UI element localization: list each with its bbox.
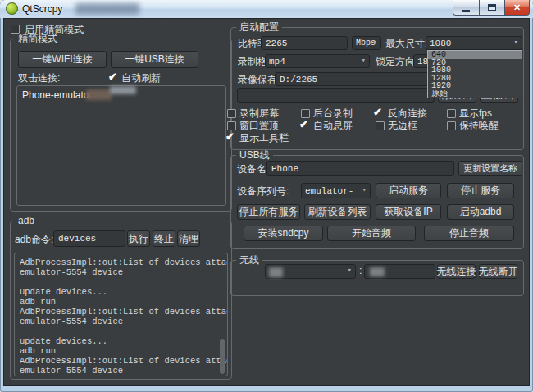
dropdown-option-1080[interactable]: 1080 [428, 66, 522, 75]
record-format-combo[interactable]: mp4 ▾ [265, 54, 370, 68]
wireless-disconnect-button[interactable]: 无线断开 [479, 264, 517, 279]
refresh-device-list-button[interactable]: 刷新设备列表 [304, 204, 371, 220]
log-line [20, 326, 222, 336]
script-combo[interactable]: ▾ [237, 88, 435, 103]
log-line: adb run [20, 297, 222, 307]
dropdown-option-1280[interactable]: 1280 [428, 75, 522, 83]
wireless-connect-button[interactable]: 无线连接 [437, 264, 476, 279]
checkbox-background-record-label: 后台录制 [313, 107, 353, 119]
checkbox-show-fps-label: 显示fps [459, 107, 492, 119]
close-icon: ✕ [513, 2, 521, 13]
redacted-blur [370, 267, 385, 276]
adb-group-title: adb [15, 216, 38, 226]
adb-terminate-button[interactable]: 终止 [153, 230, 175, 247]
log-line: AdbProcessImpl::out:List of devices atta… [20, 258, 222, 267]
device-list[interactable]: Phone-emulator- [16, 85, 226, 206]
stop-all-services-button[interactable]: 停止所有服务 [237, 204, 300, 220]
log-line: AdbProcessImpl::out:List of devices atta… [20, 356, 222, 366]
max-size-dropdown-popup: 640 720 1080 1280 1920 原始 [427, 50, 522, 98]
log-line: AdbProcessImpl::out:List of devices atta… [20, 307, 222, 317]
chevron-down-icon: ▾ [362, 57, 366, 65]
checkbox-show-fps[interactable] [447, 109, 456, 118]
max-size-label: 最大尺寸: [385, 38, 427, 49]
checkbox-auto-refresh-label: 自动刷新 [121, 72, 161, 84]
launch-config-group-title: 启动配置 [236, 22, 282, 33]
redacted-blur [269, 267, 283, 277]
log-scrollbar[interactable] [220, 339, 225, 374]
minimize-icon [462, 10, 470, 12]
log-line [20, 277, 222, 287]
redacted-blur [110, 86, 136, 94]
chevron-down-icon: ▾ [362, 187, 367, 194]
checkbox-keep-awake-label: 保持唤醒 [459, 120, 499, 131]
record-format-value: mp4 [269, 57, 285, 66]
stop-audio-button[interactable]: 停止音频 [424, 226, 514, 241]
one-key-usb-button[interactable]: 一键USB连接 [111, 51, 198, 68]
checkbox-frameless[interactable] [376, 121, 385, 130]
ip-port-separator: : [359, 265, 362, 276]
dropdown-option-720[interactable]: 720 [428, 59, 522, 67]
checkbox-auto-refresh[interactable]: ✔ [108, 71, 117, 82]
redacted-blur [86, 89, 112, 100]
maximize-button[interactable] [480, 0, 505, 16]
close-button[interactable]: ✕ [505, 0, 530, 16]
log-line: emulator-5554 device [20, 317, 222, 326]
serial-combo[interactable]: emulator- ▾ [301, 183, 371, 198]
window-controls: ✕ [453, 0, 530, 16]
double-click-connect-label: 双击连接: [18, 72, 60, 84]
log-line: emulator-5554 device [20, 267, 222, 277]
maximize-icon [488, 4, 496, 11]
qtscrcpy-window: QtScrcpy ✕ 启用精简模式 精简模式 一键WIFI连接 一键USB连接 … [0, 0, 533, 392]
wireless-port-input[interactable] [364, 264, 435, 279]
start-adbd-button[interactable]: 启动adbd [447, 204, 514, 220]
checkbox-always-on-top-label: 窗口置顶 [239, 120, 279, 131]
log-line: adb run [20, 346, 222, 356]
serial-value: emulator- [305, 186, 353, 196]
checkbox-auto-screen-off-label: 自动息屏 [313, 120, 353, 131]
log-line: emulator-5554 device [20, 366, 222, 376]
adb-execute-button[interactable]: 执行 [127, 230, 150, 247]
dropdown-option-640[interactable]: 640 [428, 51, 522, 59]
checkbox-record-screen-label: 录制屏幕 [239, 107, 279, 119]
adb-clear-button[interactable]: 清理 [177, 230, 200, 247]
checkbox-reverse-connect-label: 反向连接 [388, 107, 427, 119]
usb-group-title: USB线 [236, 150, 273, 161]
dropdown-option-1920[interactable]: 1920 [428, 82, 522, 90]
checkbox-always-on-top[interactable] [227, 121, 236, 130]
dropdown-option-original[interactable]: 原始 [428, 90, 522, 98]
max-size-combo[interactable]: 1080 ▾ [426, 36, 522, 50]
wireless-ip-combo[interactable]: ▾ [265, 264, 356, 279]
stop-service-button[interactable]: 停止服务 [447, 183, 514, 198]
checkbox-background-record[interactable] [301, 109, 310, 118]
checkbox-auto-screen-off[interactable]: ✔ [299, 119, 308, 130]
chevron-down-icon: ▾ [348, 267, 352, 275]
update-device-name-button[interactable]: 更新设置名称 [458, 161, 522, 176]
bitrate-input[interactable]: 2265 [261, 36, 348, 50]
chevron-down-icon: ▾ [373, 39, 377, 47]
checkbox-frameless-label: 无边框 [388, 120, 417, 131]
adb-command-input[interactable]: devices [53, 230, 125, 247]
window-title: QtScrcpy [22, 3, 62, 15]
chevron-down-icon: ▾ [514, 39, 518, 47]
redacted-blur [75, 3, 139, 15]
checkbox-keep-awake[interactable] [447, 121, 456, 130]
log-line: update devices... [20, 336, 222, 346]
max-size-value: 1080 [430, 39, 451, 48]
device-list-item[interactable]: Phone-emulator- [22, 89, 95, 101]
minimize-button[interactable] [453, 0, 480, 16]
start-service-button[interactable]: 启动服务 [376, 183, 441, 198]
install-sndcpy-button[interactable]: 安装sndcpy [244, 226, 323, 241]
log-line: update devices... [20, 287, 222, 297]
checkbox-record-screen[interactable] [227, 109, 236, 118]
start-audio-button[interactable]: 开始音频 [327, 226, 416, 241]
adb-command-label: adb命令: [15, 234, 53, 245]
one-key-wifi-button[interactable]: 一键WIFI连接 [18, 51, 107, 68]
adb-log[interactable]: AdbProcessImpl::out:List of devices atta… [14, 253, 228, 376]
bitrate-unit-combo[interactable]: Mbps ▾ [352, 36, 381, 50]
checkbox-reverse-connect[interactable]: ✔ [373, 107, 382, 117]
serial-label: 设备序列号: [237, 185, 289, 197]
get-device-ip-button[interactable]: 获取设备IP [376, 204, 441, 220]
wireless-group-title: 无线 [236, 255, 262, 266]
device-name-input[interactable]: Phone [266, 161, 454, 176]
checkbox-show-toolbar[interactable]: ✔ [226, 131, 235, 142]
